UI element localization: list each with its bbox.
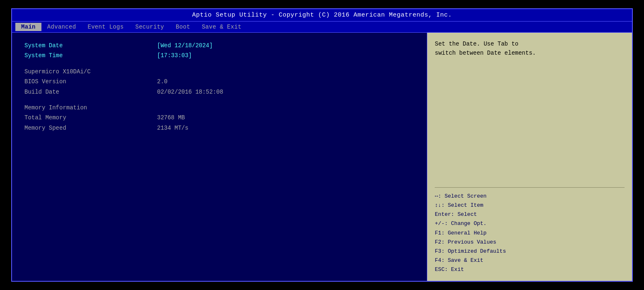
menu-item-save-exit[interactable]: Save & Exit	[196, 23, 247, 31]
memory-speed-value: 2134 MT/s	[157, 123, 290, 133]
menu-item-boot[interactable]: Boot	[170, 23, 196, 31]
shortcuts-list: ↔: Select Screen ↕↓: Select Item Enter: …	[435, 192, 625, 274]
content-area: System Date [Wed 12/18/2024] System Time…	[12, 33, 632, 281]
shortcut-f1: F1: General Help	[435, 229, 625, 238]
memory-section-label: Memory Information	[24, 103, 414, 112]
shortcut-select-item: ↕↓: Select Item	[435, 201, 625, 210]
shortcut-select-screen: ↔: Select Screen	[435, 192, 625, 201]
menu-item-security[interactable]: Security	[129, 23, 170, 31]
title-text: Aptio Setup Utility - Copyright (C) 2016…	[192, 12, 452, 19]
shortcut-change-opt: +/-: Change Opt.	[435, 219, 625, 228]
shortcut-f3: F3: Optimized Defaults	[435, 247, 625, 256]
system-date-label: System Date	[24, 41, 157, 50]
total-memory-row: Total Memory 32768 MB	[24, 113, 414, 122]
total-memory-label: Total Memory	[24, 113, 157, 122]
build-date-row: Build Date 02/02/2016 18:52:08	[24, 87, 414, 97]
title-bar: Aptio Setup Utility - Copyright (C) 2016…	[12, 9, 632, 22]
build-date-label: Build Date	[24, 87, 157, 97]
total-memory-value: 32768 MB	[157, 113, 290, 122]
bios-screen: Aptio Setup Utility - Copyright (C) 2016…	[11, 8, 633, 282]
shortcut-f4: F4: Save & Exit	[435, 256, 625, 265]
menu-bar: Main Advanced Event Logs Security Boot S…	[12, 22, 632, 33]
menu-item-event-logs[interactable]: Event Logs	[82, 23, 129, 31]
shortcut-esc: ESC: Exit	[435, 265, 625, 274]
system-date-row: System Date [Wed 12/18/2024]	[24, 41, 414, 50]
menu-item-advanced[interactable]: Advanced	[41, 23, 82, 31]
system-time-value[interactable]: [17:33:03]	[157, 51, 192, 60]
system-time-row: System Time [17:33:03]	[24, 51, 414, 60]
help-description: Set the Date. Use Tab toswitch between D…	[435, 39, 625, 58]
shortcut-f2: F2: Previous Values	[435, 238, 625, 247]
system-model: Supermicro X10DAi/C	[24, 67, 414, 76]
shortcut-enter: Enter: Select	[435, 210, 625, 219]
build-date-value: 02/02/2016 18:52:08	[157, 87, 290, 97]
memory-speed-row: Memory Speed 2134 MT/s	[24, 123, 414, 133]
memory-speed-label: Memory Speed	[24, 123, 157, 133]
right-panel: Set the Date. Use Tab toswitch between D…	[427, 33, 632, 281]
system-time-label: System Time	[24, 51, 157, 60]
bios-version-label: BIOS Version	[24, 77, 157, 86]
menu-item-main[interactable]: Main	[15, 23, 41, 31]
panel-divider	[435, 187, 625, 188]
bios-version-value: 2.0	[157, 77, 290, 86]
main-panel: System Date [Wed 12/18/2024] System Time…	[12, 33, 427, 281]
bios-version-row: BIOS Version 2.0	[24, 77, 414, 86]
system-date-value[interactable]: [Wed 12/18/2024]	[157, 41, 213, 50]
